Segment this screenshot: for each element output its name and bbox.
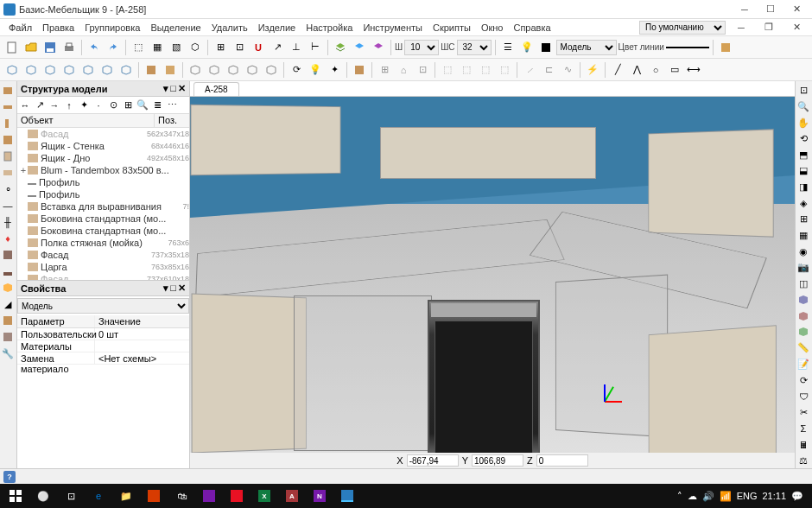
box5-icon[interactable]	[79, 61, 97, 79]
print-icon[interactable]	[60, 39, 78, 56]
rt-cube-c-icon[interactable]	[796, 324, 811, 340]
tree-item[interactable]: Вставка для выравнивания7!	[17, 200, 189, 213]
minimize-button[interactable]: ─	[733, 2, 757, 17]
tree-item[interactable]: Ящик - Стенка68x446x16	[17, 140, 189, 152]
panel-close-icon[interactable]: ✕	[178, 83, 186, 94]
lt-panel-icon[interactable]	[0, 83, 16, 98]
task-onenote-icon[interactable]: N	[306, 485, 333, 507]
line-icon[interactable]: ╱	[609, 61, 626, 79]
snap-perp-icon[interactable]: ⊥	[288, 39, 305, 56]
view-icon[interactable]: ☰	[499, 39, 517, 56]
dim2-icon[interactable]: ⌂	[395, 61, 412, 79]
tray-volume-icon[interactable]: 🔊	[702, 491, 714, 502]
layers-icon[interactable]	[332, 39, 349, 56]
rect-icon[interactable]: ▭	[666, 61, 683, 79]
lt-plinth-icon[interactable]	[0, 264, 16, 279]
box2-icon[interactable]	[22, 61, 40, 79]
st-filter-icon[interactable]: ⊞	[121, 98, 135, 112]
profile-icon[interactable]: ⊏	[540, 61, 557, 79]
bulb-icon[interactable]: 💡	[518, 39, 536, 56]
menu-scripts[interactable]: Скрипты	[428, 21, 476, 35]
tray-network-icon[interactable]: 📶	[720, 491, 732, 502]
box7-icon[interactable]	[117, 61, 135, 79]
tray-lang[interactable]: ENG	[737, 491, 758, 501]
props-menu-icon[interactable]: ▾	[163, 283, 168, 294]
tree-item[interactable]: Полка стяжная (мойка)763x6	[17, 237, 189, 249]
rt-calc-icon[interactable]: 🖩	[796, 437, 811, 453]
explode-icon[interactable]: ✦	[326, 61, 343, 79]
rt-camera-icon[interactable]: 📷	[796, 260, 811, 276]
rt-cube-b-icon[interactable]	[796, 308, 811, 324]
menu-group[interactable]: Группировка	[79, 21, 145, 35]
lt-back-icon[interactable]	[0, 132, 16, 148]
tree-item[interactable]: Царга763x85x16	[17, 261, 189, 273]
material-icon[interactable]	[143, 61, 160, 79]
help-icon[interactable]: ?	[3, 471, 16, 483]
color-swatch-icon[interactable]	[537, 39, 555, 56]
maximize-button[interactable]: ☐	[758, 2, 783, 17]
default-layout-select[interactable]: По умолчанию	[639, 21, 726, 35]
st-layers-icon[interactable]: ≣	[150, 98, 164, 112]
lt-divider-icon[interactable]: ╫	[0, 214, 16, 230]
lt-side-icon[interactable]	[0, 116, 16, 131]
st-cross-icon[interactable]: ✦	[77, 98, 91, 112]
coord-y-input[interactable]	[472, 454, 523, 467]
system-tray[interactable]: ˄ ☁ 🔊 📶 ENG 21:11 💬	[677, 491, 810, 502]
menu-settings[interactable]: Настройка	[301, 21, 358, 35]
box1-icon[interactable]	[3, 61, 21, 79]
taskview-button[interactable]: ⊡	[57, 485, 85, 507]
part-c-icon[interactable]: ⬚	[477, 61, 494, 79]
tray-up-icon[interactable]: ˄	[677, 491, 682, 502]
lt-drawer-icon[interactable]	[0, 165, 16, 181]
assembly-icon[interactable]	[351, 61, 368, 79]
curve-icon[interactable]: ∿	[559, 61, 576, 79]
st-right-icon[interactable]: →	[48, 98, 61, 112]
task-app3-icon[interactable]	[223, 485, 251, 507]
props-close-icon[interactable]: ✕	[178, 283, 186, 294]
dim3-icon[interactable]: ⊡	[414, 61, 431, 79]
rt-pan-icon[interactable]: ✋	[796, 115, 811, 130]
open-icon[interactable]	[22, 39, 40, 56]
props-row[interactable]: Замена материало<Нет схемы>	[17, 352, 189, 365]
rt-sigma-icon[interactable]: Σ	[796, 421, 811, 436]
menu-product[interactable]: Изделие	[253, 21, 301, 35]
task-excel-icon[interactable]: X	[251, 485, 278, 507]
tree-item[interactable]: Фасад737x35x18	[17, 249, 189, 261]
rt-view-iso-icon[interactable]: ◈	[796, 195, 811, 211]
tree-item[interactable]: Фасад737x610x18	[17, 273, 189, 280]
snap-arrow-icon[interactable]: ↗	[269, 39, 286, 56]
props-row[interactable]: Пользовательски0 шт	[17, 328, 189, 340]
save-icon[interactable]	[41, 39, 59, 56]
part-a-icon[interactable]: ⬚	[439, 61, 456, 79]
rt-balance-icon[interactable]: ⚖	[796, 453, 811, 468]
tree-item[interactable]: Профиль	[17, 188, 189, 200]
part-d-icon[interactable]: ⬚	[496, 61, 513, 79]
circle-icon[interactable]: ○	[647, 61, 664, 79]
new-icon[interactable]	[3, 39, 21, 56]
task-store-icon[interactable]: 🛍	[168, 485, 195, 507]
menu-file[interactable]: Файл	[3, 21, 37, 35]
model-tree[interactable]: Фасад562x347x18Ящик - Стенка68x446x16Ящи…	[17, 128, 189, 280]
rt-note-icon[interactable]: 📝	[796, 357, 811, 372]
task-edge-icon[interactable]: e	[85, 485, 112, 507]
lt-door-icon[interactable]	[0, 149, 16, 164]
rt-view-front-icon[interactable]: ⬓	[796, 163, 811, 179]
coord-z-input[interactable]	[536, 454, 588, 467]
lt-closet-icon[interactable]	[0, 247, 16, 263]
tray-cloud-icon[interactable]: ☁	[688, 491, 697, 502]
lt-favorite-icon[interactable]: ♦	[0, 231, 16, 246]
cube-a-icon[interactable]	[187, 61, 204, 79]
rt-refresh-icon[interactable]: ⟳	[796, 372, 811, 388]
viewport-tab[interactable]: A-258	[193, 82, 239, 96]
box3-icon[interactable]	[41, 61, 59, 79]
props-pin-icon[interactable]: □	[170, 283, 176, 294]
width-input[interactable]: 10	[404, 40, 439, 55]
rt-view-side-icon[interactable]: ◨	[796, 180, 811, 195]
snap-grid-icon[interactable]: ⊡	[231, 39, 248, 56]
layers3-icon[interactable]	[370, 39, 387, 56]
lt-shelf-icon[interactable]	[0, 99, 16, 115]
lt-texture-icon[interactable]	[0, 329, 16, 345]
rt-shield-icon[interactable]: 🛡	[796, 389, 811, 404]
tree-item[interactable]: Боковина стандартная (мо...	[17, 225, 189, 237]
mdi-minimize-button[interactable]: ─	[729, 20, 753, 35]
